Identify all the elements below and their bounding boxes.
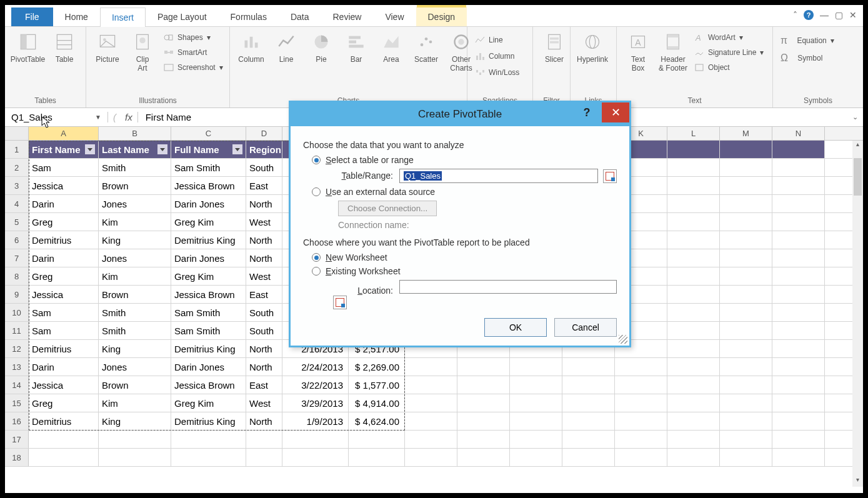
cell[interactable]: Kim [99, 394, 171, 412]
cell[interactable] [720, 431, 772, 448]
cell[interactable] [171, 431, 246, 448]
cell[interactable] [282, 431, 349, 448]
select-all-corner[interactable] [5, 127, 29, 140]
cell[interactable] [457, 431, 510, 448]
cell[interactable] [615, 358, 667, 376]
cell[interactable] [720, 213, 772, 231]
cell[interactable] [772, 213, 825, 231]
filter-dropdown-icon[interactable] [232, 144, 242, 154]
dialog-titlebar[interactable]: Create PivotTable ? ✕ [291, 102, 629, 126]
cell[interactable]: Kim [99, 213, 171, 231]
cell[interactable]: Brown [99, 286, 171, 303]
cell[interactable] [667, 286, 720, 303]
cell[interactable]: Smith [99, 304, 171, 321]
table-range-input[interactable]: Q1_Sales [399, 169, 598, 183]
cell[interactable] [510, 358, 562, 376]
cell[interactable]: $ 2,269.00 [349, 358, 405, 376]
cell[interactable] [720, 286, 772, 303]
cell[interactable]: Greg Kim [171, 394, 246, 412]
cell[interactable]: Jessica Brown [171, 376, 246, 394]
cell[interactable]: Greg [29, 394, 99, 412]
smartart-button[interactable]: SmartArt [162, 46, 224, 59]
cell[interactable]: Jessica [29, 286, 99, 303]
cell[interactable]: Sam [29, 159, 99, 176]
cancel-button[interactable]: Cancel [554, 318, 617, 337]
cell[interactable]: South [246, 322, 282, 339]
cell[interactable] [772, 449, 825, 466]
dialog-close-button[interactable]: ✕ [602, 102, 629, 122]
cell[interactable] [720, 249, 772, 267]
cell[interactable]: Greg [29, 213, 99, 231]
cell[interactable]: Sam Smith [171, 159, 246, 176]
cell[interactable] [349, 449, 405, 466]
table-header-cell[interactable]: First Name [29, 141, 99, 158]
scroll-down-icon[interactable]: ▾ [852, 476, 863, 487]
chart-line-button[interactable]: Line [271, 31, 301, 64]
radio-new-worksheet[interactable]: New Worksheet [312, 252, 617, 262]
cell[interactable]: East [246, 177, 282, 194]
cell[interactable] [720, 412, 772, 430]
cell[interactable] [720, 358, 772, 376]
col-header-N[interactable]: N [772, 127, 825, 140]
row-header[interactable]: 15 [5, 394, 29, 412]
sparkline-line-button[interactable]: Line [474, 33, 521, 47]
row-header[interactable]: 7 [5, 249, 29, 267]
col-header-D[interactable]: D [246, 127, 282, 140]
cell[interactable] [667, 322, 720, 339]
cell[interactable] [772, 286, 825, 303]
cell[interactable]: Demitrius King [171, 412, 246, 430]
cell[interactable] [667, 213, 720, 231]
cell[interactable]: Jessica [29, 177, 99, 194]
row-header[interactable]: 8 [5, 267, 29, 285]
chart-scatter-button[interactable]: Scatter [411, 31, 441, 64]
cell[interactable]: Darin Jones [171, 249, 246, 267]
cell[interactable]: 3/22/2013 [282, 376, 349, 394]
pivottable-button[interactable]: PivotTable [11, 31, 44, 64]
cell[interactable]: King [99, 340, 171, 357]
cell[interactable] [667, 231, 720, 249]
radio-external-source[interactable]: Use an external data source [312, 187, 617, 197]
cell[interactable] [29, 449, 99, 466]
range-picker-icon[interactable] [603, 169, 617, 183]
cell[interactable] [457, 376, 510, 394]
cell[interactable]: Kim [99, 267, 171, 285]
scroll-thumb[interactable] [854, 158, 862, 196]
chart-pie-button[interactable]: Pie [306, 31, 336, 64]
cell[interactable] [720, 159, 772, 176]
row-header[interactable]: 1 [5, 141, 29, 158]
cell[interactable] [562, 376, 615, 394]
cell[interactable]: Jones [99, 195, 171, 212]
cell[interactable] [720, 231, 772, 249]
cell[interactable] [667, 376, 720, 394]
cell[interactable]: Demitrius King [171, 231, 246, 249]
cell[interactable]: Demitrius [29, 231, 99, 249]
clipart-button[interactable]: Clip Art [127, 31, 157, 73]
cell[interactable]: 1/9/2013 [282, 412, 349, 430]
tab-insert[interactable]: Insert [100, 7, 146, 27]
cell[interactable] [772, 231, 825, 249]
sparkline-column-button[interactable]: Column [474, 49, 521, 63]
cell[interactable] [667, 195, 720, 212]
shapes-button[interactable]: Shapes ▾ [162, 31, 224, 44]
cell[interactable] [405, 376, 457, 394]
cell[interactable] [667, 358, 720, 376]
cell[interactable] [510, 394, 562, 412]
cell[interactable]: King [99, 231, 171, 249]
row-header[interactable]: 9 [5, 286, 29, 303]
ok-button[interactable]: OK [484, 318, 547, 337]
cell[interactable]: Smith [99, 159, 171, 176]
location-range-picker-icon[interactable] [333, 296, 347, 309]
cell[interactable] [772, 159, 825, 176]
cell[interactable]: Sam Smith [171, 304, 246, 321]
fx-label[interactable]: fx [108, 112, 138, 122]
scroll-up-icon[interactable]: ▴ [852, 141, 863, 151]
signature-line-button[interactable]: Signature Line ▾ [693, 46, 765, 59]
cell[interactable] [405, 449, 457, 466]
tab-design[interactable]: Design [416, 7, 467, 26]
cell[interactable] [667, 412, 720, 430]
cell[interactable]: Demitrius [29, 412, 99, 430]
radio-select-table-range[interactable]: Select a table or range [312, 155, 617, 165]
cell[interactable]: 3/29/2013 [282, 394, 349, 412]
tab-view[interactable]: View [373, 7, 416, 26]
cell[interactable] [667, 394, 720, 412]
